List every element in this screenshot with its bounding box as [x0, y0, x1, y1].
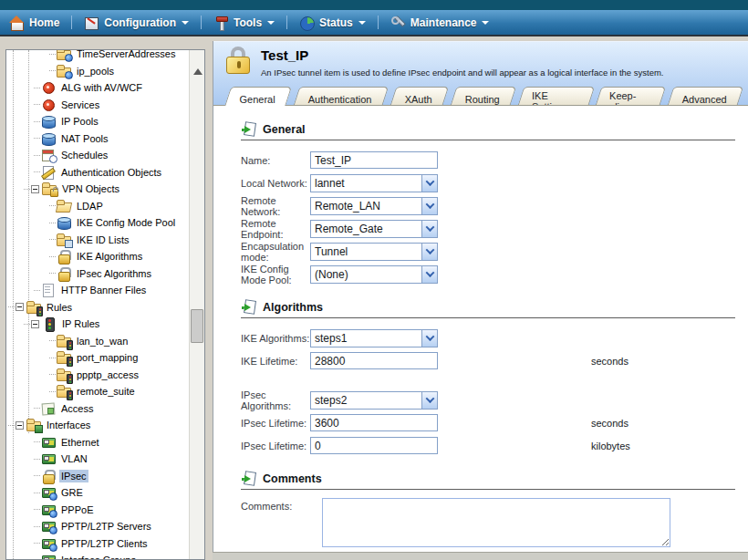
sidebar-item-label: Rules	[45, 301, 74, 314]
sidebar-item-ip-pools[interactable]: ip_pools	[6, 63, 189, 80]
sidebar-item-port-mapping[interactable]: port_mapping	[6, 349, 189, 367]
tab-general[interactable]: General	[224, 87, 292, 106]
sidebar-item-gre[interactable]: GRE	[6, 484, 189, 502]
menu-item-tools[interactable]: Tools	[210, 12, 278, 34]
menu-item-home[interactable]: Home	[5, 12, 63, 34]
menu-item-label: Status	[319, 16, 353, 29]
comments-textarea[interactable]	[322, 498, 670, 547]
menubar-edge	[0, 35, 748, 36]
collapse-minus-icon[interactable]	[31, 185, 39, 193]
collapse-minus-icon[interactable]	[16, 421, 24, 430]
tab-advanced[interactable]: Advanced	[668, 87, 743, 105]
sidebar-item-interfaces[interactable]: Interfaces	[6, 417, 189, 434]
sidebar-item-ip-pools[interactable]: IP Pools	[6, 113, 189, 130]
sidebar-item-ike-id-lists[interactable]: IKE ID Lists	[6, 232, 189, 249]
sidebar-item-label: IP Pools	[59, 115, 100, 128]
sidebar-item-vlan[interactable]: VLAN	[6, 451, 189, 468]
sidebar-item-services[interactable]: Services	[6, 97, 189, 114]
sidebar-item-access[interactable]: Access	[6, 400, 189, 418]
tab-authentication[interactable]: Authentication	[294, 87, 389, 105]
tab-keep-alive[interactable]: Keep-alive	[596, 87, 666, 105]
schedule-icon	[41, 148, 56, 162]
sidebar-item-ip-rules[interactable]: IP Rules	[6, 316, 189, 333]
menu-item-maintenance[interactable]: Maintenance	[387, 12, 493, 34]
scrollbar-thumb[interactable]	[191, 309, 203, 343]
tree-connector	[49, 223, 56, 223]
sidebar-item-pptp-l2tp-servers[interactable]: PPTP/L2TP Servers	[6, 518, 189, 535]
sidebar-item-label: IKE Algorithms	[75, 250, 144, 263]
dropdown-arrow-icon[interactable]	[421, 175, 437, 192]
dropdown-arrow-icon[interactable]	[421, 221, 437, 237]
tab-routing[interactable]: Routing	[451, 87, 516, 105]
ike-lifetime-input[interactable]	[310, 352, 438, 369]
dropdown-arrow-icon[interactable]	[421, 266, 437, 283]
sidebar-item-alg-with-av-wcf[interactable]: ALG with AV/WCF	[6, 79, 189, 97]
sidebar-item-http-banner-files[interactable]: HTTP Banner Files	[6, 282, 189, 299]
remote-endpoint-select[interactable]: Remote_Gate	[310, 220, 438, 238]
sidebar-item-label: Authentication Objects	[59, 166, 163, 179]
menubar-separator	[201, 16, 202, 29]
menu-item-status[interactable]: Status	[296, 12, 369, 34]
sidebar-item-authentication-objects[interactable]: Authentication Objects	[6, 164, 189, 181]
chevron-down-icon	[482, 21, 489, 25]
sidebar-item-lan-to-wan[interactable]: lan_to_wan	[6, 333, 189, 350]
dropdown-arrow-icon[interactable]	[421, 392, 437, 409]
sidebar-item-ike-config-mode-pool[interactable]: IKE Config Mode Pool	[6, 214, 189, 232]
tab-bar: GeneralAuthenticationXAuthRoutingIKE Set…	[228, 86, 748, 105]
netcard-globe-icon	[41, 503, 56, 517]
sidebar-item-nat-pools[interactable]: NAT Pools	[6, 130, 189, 148]
folder-net-icon	[26, 418, 41, 432]
menu-item-configuration[interactable]: Configuration	[80, 12, 192, 34]
tree-scrollbar[interactable]	[189, 50, 204, 559]
sidebar-item-label: ip_pools	[75, 65, 116, 78]
tree-connector	[34, 493, 40, 493]
dropdown-arrow-icon[interactable]	[421, 244, 437, 260]
tab-content: GeneralName:Local Network:lannetRemote N…	[213, 105, 748, 552]
sidebar-item-pppoe[interactable]: PPPoE	[6, 502, 189, 519]
encapsulation-mode-select[interactable]: Tunnel	[310, 243, 438, 261]
ipsec-lifetime-input[interactable]	[310, 437, 438, 454]
sidebar-item-ike-algorithms[interactable]: IKE Algorithms	[6, 248, 189, 265]
ike-algorithms-select[interactable]: steps1	[310, 329, 438, 347]
remote-network-select[interactable]: Remote_LAN	[310, 197, 438, 215]
sidebar-item-ppptp-access[interactable]: ppptp_access	[6, 367, 189, 384]
bottom-strip	[213, 552, 748, 560]
sidebar-item-pptp-l2tp-clients[interactable]: PPTP/L2TP Clients	[6, 535, 189, 553]
tree-connector	[24, 324, 30, 325]
sidebar-item-ipsec-algorithms[interactable]: IPsec Algorithms	[6, 265, 189, 283]
section-divider	[241, 489, 735, 490]
collapse-minus-icon[interactable]	[31, 320, 39, 328]
sidebar-item-timeserveraddresses[interactable]: TimeServerAddresses	[6, 50, 189, 63]
sidebar-item-label: TimeServerAddresses	[75, 50, 177, 60]
collapse-minus-icon[interactable]	[16, 303, 24, 311]
scroll-up-arrow-icon[interactable]	[193, 68, 203, 75]
sidebar-item-vpn-objects[interactable]: VPN Objects	[6, 181, 189, 198]
tree-connector	[34, 88, 40, 88]
netcard-globe-icon	[41, 536, 56, 551]
sidebar-item-label: lan_to_wan	[75, 335, 130, 347]
folder-traffic-icon	[57, 350, 71, 365]
padlock-icon	[225, 47, 253, 78]
tab-xauth[interactable]: XAuth	[390, 87, 449, 105]
netcard-group-icon	[41, 553, 56, 559]
field-label: Remote Network:	[241, 195, 310, 217]
tree-connector	[34, 121, 40, 122]
name-input[interactable]	[310, 151, 438, 169]
local-network-select[interactable]: lannet	[310, 174, 438, 192]
section-title: Algorithms	[263, 301, 323, 314]
sidebar-item-rules[interactable]: Rules	[6, 299, 189, 316]
chevron-down-icon	[358, 21, 366, 25]
sidebar-item-ethernet[interactable]: Ethernet	[6, 434, 189, 451]
ipsec-lifetime-input[interactable]	[310, 414, 438, 431]
sidebar-item-interface-groups[interactable]: Interface Groups	[6, 552, 189, 559]
tab-ike-settings[interactable]: IKE Settings	[518, 87, 595, 105]
ike-config-mode-pool-select[interactable]: (None)	[310, 265, 438, 284]
tree-connector	[49, 205, 56, 206]
dropdown-arrow-icon[interactable]	[421, 330, 437, 347]
sidebar-item-remote-suite[interactable]: remote_suite	[6, 383, 189, 400]
sidebar-item-schedules[interactable]: Schedules	[6, 147, 189, 164]
ipsec-algorithms-select[interactable]: steps2	[310, 391, 438, 410]
dropdown-arrow-icon[interactable]	[421, 198, 437, 214]
sidebar-item-ipsec[interactable]: IPsec	[6, 468, 189, 485]
sidebar-item-ldap[interactable]: LDAP	[6, 198, 189, 215]
